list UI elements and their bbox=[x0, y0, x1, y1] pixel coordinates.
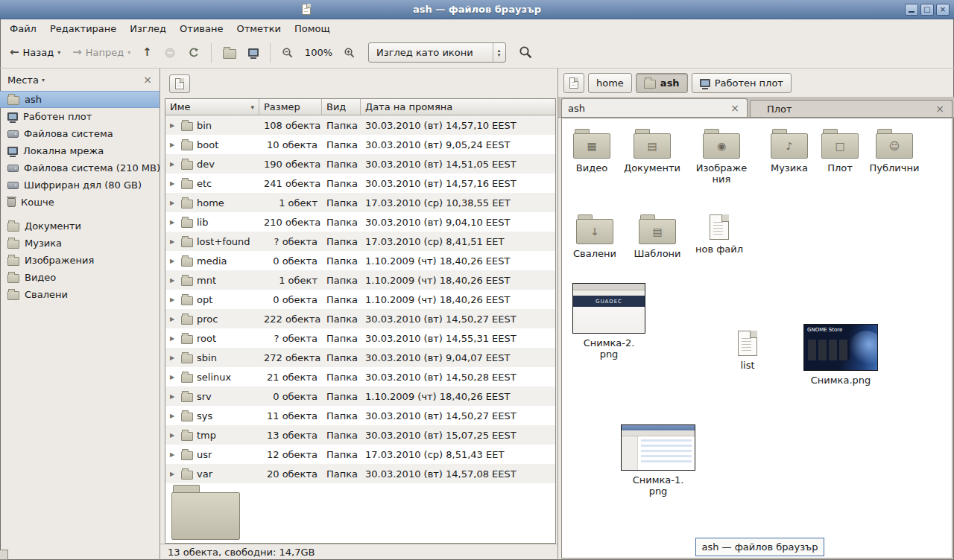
menu-view[interactable]: Изглед bbox=[123, 21, 173, 36]
sidebar-item-downloads[interactable]: Свалени bbox=[0, 286, 159, 303]
sidebar-item-documents[interactable]: Документи bbox=[0, 217, 159, 235]
column-header-type[interactable]: Вид bbox=[322, 99, 361, 115]
column-header-date[interactable]: Дата на промяна bbox=[361, 99, 555, 115]
icon-cell-public[interactable]: ☺ Публични bbox=[866, 129, 923, 174]
expander-icon[interactable]: ▶ bbox=[170, 180, 177, 187]
icon-cell-new-file[interactable]: нов файл bbox=[691, 214, 748, 255]
sidebar-item-encrypted-80gb[interactable]: Шифриран дял (80 GB) bbox=[0, 176, 159, 194]
tree-row[interactable]: ▶sys11 обектаПапка30.03.2010 (вт) 14,50,… bbox=[165, 406, 555, 425]
sidebar-item-filesystem[interactable]: Файлова система bbox=[0, 125, 159, 142]
expander-icon[interactable]: ▶ bbox=[170, 335, 177, 342]
back-button[interactable]: ← Назад ▾ bbox=[4, 43, 66, 62]
expander-icon[interactable]: ▶ bbox=[170, 471, 177, 477]
pathbar-button-home[interactable]: home bbox=[588, 73, 632, 93]
expander-icon[interactable]: ▶ bbox=[170, 238, 177, 245]
icon-cell-snimka[interactable]: GNOME Store Снимка.png bbox=[803, 324, 878, 386]
expander-icon[interactable]: ▶ bbox=[170, 451, 177, 458]
sidebar-title[interactable]: Места bbox=[7, 74, 39, 86]
tree-row[interactable]: ▶mnt1 обектПапка1.10.2009 (чт) 18,40,26 … bbox=[165, 270, 555, 290]
tab-ash[interactable]: ash × bbox=[561, 98, 748, 117]
taskbar-window-button[interactable]: ash — файлов браузър bbox=[695, 538, 824, 556]
icon-cell-list[interactable]: list bbox=[725, 331, 770, 371]
expander-icon[interactable]: ▶ bbox=[170, 316, 177, 322]
icon-cell-templates[interactable]: ▤ Шаблони bbox=[629, 214, 686, 259]
pathbar-button-desktop[interactable]: Работен плот bbox=[692, 73, 792, 93]
forward-button[interactable]: → Напред ▾ bbox=[67, 43, 136, 62]
sidebar-item-videos[interactable]: Видео bbox=[0, 269, 159, 286]
tree-row[interactable]: ▶lib210 обектаПапка30.03.2010 (вт) 9,04,… bbox=[165, 212, 555, 232]
expander-icon[interactable]: ▶ bbox=[170, 258, 177, 264]
menu-edit[interactable]: Редактиране bbox=[43, 21, 123, 36]
combo-spin-icons[interactable]: ▴ ▾ bbox=[493, 43, 505, 62]
tree-row[interactable]: ▶etc241 обектаПапка30.03.2010 (вт) 14,57… bbox=[165, 174, 555, 193]
expander-icon[interactable]: ▶ bbox=[170, 200, 177, 206]
tree-row[interactable]: ▶dev190 обектаПапка30.03.2010 (вт) 14,51… bbox=[165, 154, 555, 174]
reload-button[interactable] bbox=[183, 43, 205, 63]
tree-row[interactable]: ▶root? обектаПапка30.03.2010 (вт) 14,55,… bbox=[165, 328, 555, 348]
menu-file[interactable]: Файл bbox=[3, 21, 43, 36]
sidebar-item-filesystem-210mb[interactable]: Файлова система (210 MB) bbox=[0, 159, 159, 176]
tree-row[interactable]: ▶tmp13 обектаПапка30.03.2010 (вт) 15,07,… bbox=[165, 425, 555, 445]
sidebar-item-ash[interactable]: ash bbox=[0, 91, 159, 108]
column-header-size[interactable]: Размер bbox=[259, 99, 322, 115]
menu-go[interactable]: Отиване bbox=[173, 21, 230, 36]
tree-row[interactable]: ▶boot10 обектаПапка30.03.2010 (вт) 9,05,… bbox=[165, 135, 555, 154]
expander-icon[interactable]: ▶ bbox=[170, 122, 177, 129]
up-button[interactable]: ↑ bbox=[137, 43, 157, 62]
close-button[interactable]: × bbox=[936, 4, 950, 16]
tab-close-icon[interactable]: × bbox=[729, 103, 741, 113]
sidebar-item-network[interactable]: Локална мрежа bbox=[0, 142, 159, 159]
minimize-button[interactable] bbox=[905, 4, 918, 16]
chevron-down-icon[interactable]: ▾ bbox=[250, 104, 254, 111]
expander-icon[interactable]: ▶ bbox=[170, 393, 177, 400]
expander-icon[interactable]: ▶ bbox=[170, 161, 177, 168]
titlebar[interactable]: ash — файлов браузър □ × bbox=[0, 0, 954, 19]
tree-row[interactable]: ▶home1 обектПапка17.03.2010 (ср) 10,38,5… bbox=[165, 193, 555, 212]
expander-icon[interactable]: ▶ bbox=[170, 219, 177, 226]
back-dropdown-icon[interactable]: ▾ bbox=[57, 49, 60, 56]
pathbar-button-ash[interactable]: ash bbox=[636, 73, 688, 93]
tree-row[interactable]: ▶lost+found? обектаПапка17.03.2010 (ср) … bbox=[165, 232, 555, 251]
icon-cell-video[interactable]: ▦ Видео bbox=[563, 129, 620, 174]
column-header-name[interactable]: Име▾ bbox=[165, 99, 259, 115]
expander-icon[interactable]: ▶ bbox=[170, 277, 177, 284]
tree-row[interactable]: ▶usr12 обектаПапка17.03.2010 (ср) 8,51,4… bbox=[165, 445, 555, 464]
tree-row[interactable]: ▶opt0 обектаПапка1.10.2009 (чт) 18,40,26… bbox=[165, 290, 555, 309]
icon-cell-images[interactable]: ◉ Изображения bbox=[693, 129, 750, 185]
tree-row[interactable]: ▶selinux21 обектаПапка30.03.2010 (вт) 14… bbox=[165, 367, 555, 386]
maximize-button[interactable]: □ bbox=[920, 4, 934, 16]
tree-row[interactable]: ▶var20 обектаПапка30.03.2010 (вт) 14,57,… bbox=[165, 464, 555, 483]
pane-toggle-button[interactable] bbox=[169, 74, 190, 93]
expander-icon[interactable]: ▶ bbox=[170, 354, 177, 361]
icon-view[interactable]: ▦ Видео ▤ Документи ◉ Изображения ♪ Музи… bbox=[561, 118, 953, 559]
sidebar-item-music[interactable]: Музика bbox=[0, 235, 159, 252]
tree-row[interactable]: ▶srv0 обектаПапка1.10.2009 (чт) 18,40,26… bbox=[165, 386, 555, 406]
icon-cell-snimka-1[interactable]: Снимка-1.png bbox=[621, 424, 695, 497]
tree-row[interactable]: ▶proc222 обектаПапка30.03.2010 (вт) 14,5… bbox=[165, 309, 555, 328]
tab-plot[interactable]: Плот × bbox=[750, 100, 953, 117]
zoom-in-button[interactable] bbox=[338, 43, 361, 63]
expander-icon[interactable]: ▶ bbox=[170, 374, 177, 381]
icon-cell-snimka-2[interactable]: GUADEC Снимка-2.png bbox=[572, 283, 645, 360]
icon-cell-desktop[interactable]: □ Плот bbox=[812, 129, 868, 174]
menu-bookmarks[interactable]: Отметки bbox=[230, 21, 287, 36]
pathbar-icon-button[interactable] bbox=[563, 73, 584, 93]
zoom-out-button[interactable] bbox=[277, 43, 299, 63]
icon-cell-music[interactable]: ♪ Музика bbox=[761, 129, 818, 174]
chevron-down-icon[interactable]: ▾ bbox=[42, 77, 45, 83]
tab-close-icon[interactable]: × bbox=[934, 104, 946, 114]
sidebar-close-icon[interactable]: × bbox=[143, 74, 152, 86]
expander-icon[interactable]: ▶ bbox=[170, 141, 177, 148]
sidebar-item-trash[interactable]: Кошче bbox=[0, 194, 159, 211]
stop-button[interactable] bbox=[159, 43, 181, 63]
icon-cell-downloads[interactable]: ↓ Свалени bbox=[566, 214, 623, 259]
expander-icon[interactable]: ▶ bbox=[170, 296, 177, 303]
tree-row[interactable]: ▶media0 обектаПапка1.10.2009 (чт) 18,40,… bbox=[165, 251, 555, 270]
sidebar-item-pictures[interactable]: Изображения bbox=[0, 252, 159, 269]
home-button[interactable] bbox=[218, 43, 241, 63]
sidebar-item-desktop[interactable]: Работен плот bbox=[0, 108, 159, 125]
search-button[interactable] bbox=[514, 42, 538, 63]
icon-cell-documents[interactable]: ▤ Документи bbox=[624, 129, 680, 174]
tree-row[interactable]: ▶sbin272 обектаПапка30.03.2010 (вт) 9,04… bbox=[165, 348, 555, 367]
view-mode-select[interactable]: Изглед като икони ▴ ▾ bbox=[368, 42, 506, 63]
